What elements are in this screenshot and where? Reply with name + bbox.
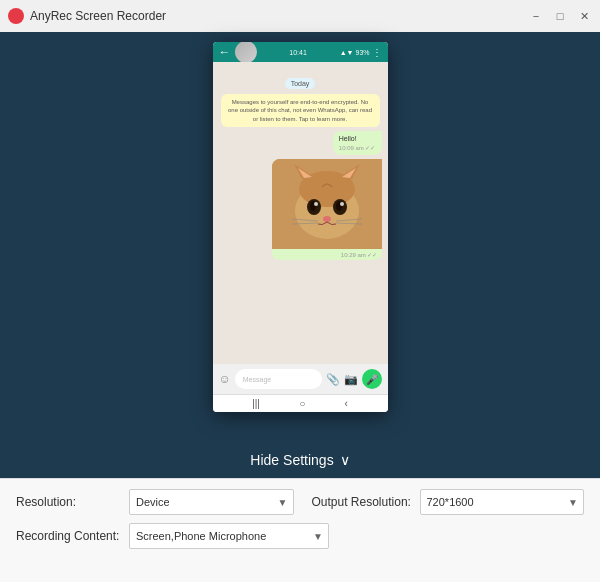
phone-statusbar: ← 10:41 ▲▼ 93% ⋮ (213, 42, 388, 62)
phone-mockup: ← 10:41 ▲▼ 93% ⋮ Today Messages to yours… (213, 42, 388, 412)
close-button[interactable]: ✕ (576, 8, 592, 24)
output-resolution-label: Output Resolution: (312, 495, 412, 509)
image-meta: 10:29 am ✓✓ (272, 249, 382, 260)
hide-settings-bar[interactable]: Hide Settings ∨ (0, 442, 600, 478)
hide-settings-label: Hide Settings (250, 452, 333, 468)
emoji-button[interactable]: ☺ (219, 372, 231, 386)
resolution-label: Resolution: (16, 495, 121, 509)
app-title: AnyRec Screen Recorder (30, 9, 166, 23)
chat-image-bubble: 10:29 am ✓✓ (272, 159, 382, 260)
phone-navbar: ||| ○ ‹ (213, 394, 388, 412)
settings-panel: Resolution: Device ▼ Output Resolution: … (0, 478, 600, 582)
resolution-select-wrapper: Device ▼ (129, 489, 294, 515)
app-icon (8, 8, 24, 24)
recording-content-label: Recording Content: (16, 529, 121, 543)
recording-content-select[interactable]: Screen,Phone Microphone (129, 523, 329, 549)
nav-back-button[interactable]: ‹ (345, 398, 348, 409)
message-input[interactable]: Message (235, 369, 322, 389)
resolution-row: Resolution: Device ▼ Output Resolution: … (16, 489, 584, 515)
titlebar: AnyRec Screen Recorder − □ ✕ (0, 0, 600, 32)
mic-button[interactable]: 🎤 (362, 369, 382, 389)
cat-image (272, 159, 382, 249)
svg-point-12 (340, 202, 344, 206)
recording-content-row: Recording Content: Screen,Phone Micropho… (16, 523, 584, 549)
signal-icon: ▲▼ (340, 49, 354, 56)
recording-content-select-wrapper: Screen,Phone Microphone ▼ (129, 523, 329, 549)
chat-input-area[interactable]: ☺ Message 📎 📷 🎤 (213, 364, 388, 394)
chat-date-badge: Today (219, 72, 382, 90)
camera-button[interactable]: 📷 (344, 373, 358, 386)
phone-statusbar-left: ← (219, 42, 257, 63)
phone-time: 10:41 (289, 49, 307, 56)
battery-indicator: 93% (355, 49, 369, 56)
output-resolution-select-wrapper: 720*1600 ▼ (420, 489, 585, 515)
system-message: Messages to yourself are end-to-end encr… (221, 94, 380, 127)
resolution-select[interactable]: Device (129, 489, 294, 515)
svg-point-13 (323, 216, 331, 222)
nav-menu-button[interactable]: ||| (252, 398, 260, 409)
contact-avatar (235, 42, 257, 63)
more-icon[interactable]: ⋮ (372, 47, 382, 58)
chevron-down-icon: ∨ (340, 452, 350, 468)
nav-home-button[interactable]: ○ (299, 398, 305, 409)
chat-bubble-hello: Hello! 10:09 am ✓✓ (333, 131, 382, 155)
attach-button[interactable]: 📎 (326, 373, 340, 386)
main-area: ← 10:41 ▲▼ 93% ⋮ Today Messages to yours… (0, 32, 600, 442)
back-arrow-icon[interactable]: ← (219, 45, 231, 59)
chat-area: Today Messages to yourself are end-to-en… (213, 62, 388, 364)
bubble-meta: 10:09 am ✓✓ (339, 144, 376, 151)
window-controls: − □ ✕ (528, 8, 592, 24)
minimize-button[interactable]: − (528, 8, 544, 24)
output-resolution-select[interactable]: 720*1600 (420, 489, 585, 515)
phone-statusbar-right: ▲▼ 93% ⋮ (340, 47, 382, 58)
maximize-button[interactable]: □ (552, 8, 568, 24)
titlebar-left: AnyRec Screen Recorder (8, 8, 166, 24)
svg-point-11 (314, 202, 318, 206)
